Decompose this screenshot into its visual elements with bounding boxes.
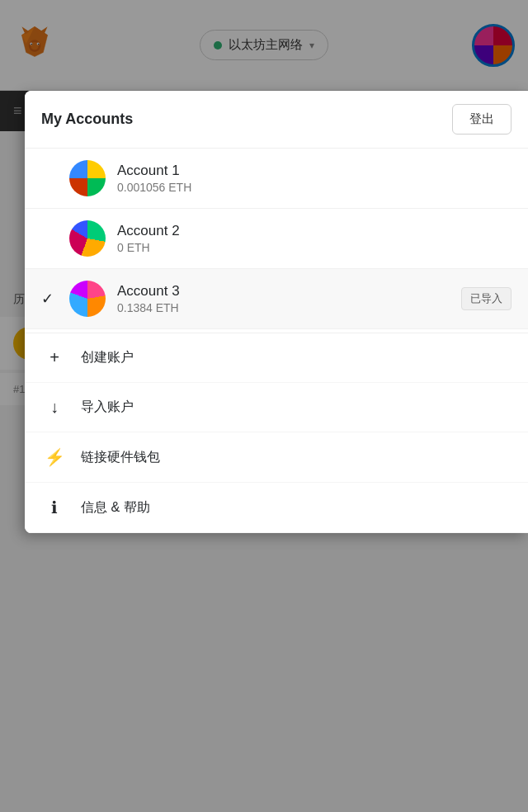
action-list: + 创建账户 ↓ 导入账户 ⚡ 链接硬件钱包 ℹ 信息 & 帮助 xyxy=(25,333,528,533)
import-account-label: 导入账户 xyxy=(81,399,134,416)
account-balance-3: 0.1384 ETH xyxy=(117,301,450,314)
account-info-1: Account 1 0.001056 ETH xyxy=(117,163,512,194)
info-icon: ℹ xyxy=(43,498,66,517)
accounts-panel: My Accounts 登出 Account 1 0.001056 ETH Ac… xyxy=(25,91,528,533)
import-icon: ↓ xyxy=(43,398,66,417)
account-name-3: Account 3 xyxy=(117,283,450,300)
account-avatar-3 xyxy=(69,281,106,317)
account-item-1[interactable]: Account 1 0.001056 ETH xyxy=(25,149,528,209)
account-item-2[interactable]: Account 2 0 ETH xyxy=(25,209,528,269)
panel-header: My Accounts 登出 xyxy=(25,91,528,149)
account-info-2: Account 2 0 ETH xyxy=(117,223,512,254)
account-item-3[interactable]: ✓ Account 3 0.1384 ETH 已导入 xyxy=(25,269,528,329)
check-mark-2 xyxy=(41,230,58,248)
account-name-2: Account 2 xyxy=(117,223,512,239)
logout-button[interactable]: 登出 xyxy=(452,104,512,135)
usb-icon: ⚡ xyxy=(43,447,66,467)
import-account-item[interactable]: ↓ 导入账户 xyxy=(25,383,528,432)
account-balance-1: 0.001056 ETH xyxy=(117,181,512,194)
account-name-1: Account 1 xyxy=(117,163,512,179)
imported-badge: 已导入 xyxy=(461,287,512,310)
account-avatar-1 xyxy=(69,160,106,196)
check-mark-1 xyxy=(41,170,58,187)
plus-icon: + xyxy=(43,348,66,367)
info-help-item[interactable]: ℹ 信息 & 帮助 xyxy=(25,483,528,533)
account-list: Account 1 0.001056 ETH Account 2 0 ETH ✓… xyxy=(25,149,528,329)
create-account-item[interactable]: + 创建账户 xyxy=(25,333,528,383)
account-avatar-2 xyxy=(69,220,106,257)
account-balance-2: 0 ETH xyxy=(117,241,512,254)
account-info-3: Account 3 0.1384 ETH xyxy=(117,283,450,314)
check-mark-3: ✓ xyxy=(41,290,58,308)
info-help-label: 信息 & 帮助 xyxy=(81,499,150,517)
create-account-label: 创建账户 xyxy=(81,349,134,366)
connect-hardware-item[interactable]: ⚡ 链接硬件钱包 xyxy=(25,432,528,483)
panel-title: My Accounts xyxy=(41,111,133,128)
connect-hardware-label: 链接硬件钱包 xyxy=(81,449,160,466)
